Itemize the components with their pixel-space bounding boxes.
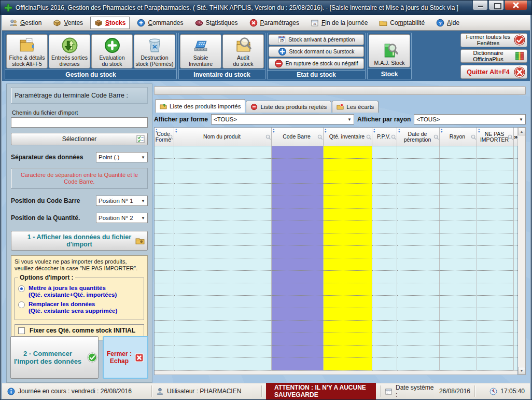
maximize-button[interactable] [488,1,504,10]
toolbar-button-saisie[interactable]: Saisie Inventaire [180,34,221,68]
menu-stats-icon [195,19,203,27]
column-header-nom-du-produit[interactable]: ▲▼Nom du produit [174,128,272,146]
filter-form-select[interactable]: <TOUS> ▼ [211,114,354,125]
show-import-data-label: 1 - Afficher les données du fichier d'im… [24,233,135,248]
search-icon[interactable] [471,134,477,140]
toolbar-button-en-rupture-de-stock-ou-negatif[interactable]: En rupture de stock ou négatif [269,58,364,69]
toolbar-button-quitter-alt-f4[interactable]: Quitter Alt+F4 [460,65,527,79]
sort-arrows-icon[interactable]: ▲▼ [440,128,443,133]
scroll-up-button[interactable]: ▲ [518,128,525,135]
toolbar-button-destruction[interactable]: Destruction stock (Périmés) [134,34,175,68]
tab-liste-des-produits-importes[interactable]: Liste des produits importés [155,99,245,113]
menu-item-fin-de-la-journee[interactable]: 31Fin de la journée [306,17,372,29]
start-import-button[interactable]: 2 - Commencer l'import des données [10,336,99,379]
separator-select[interactable]: Point (.) ▼ [96,152,148,162]
sort-arrows-icon[interactable]: ▲▼ [373,128,375,133]
position-barcode-select[interactable]: Position N° 1 ▼ [96,196,148,206]
checkbox-icon[interactable] [18,327,25,334]
menu-item-comptabilite[interactable]: Comptabilité [375,17,429,29]
vertical-scrollbar[interactable]: ▲ ▼ [518,127,526,375]
menu-item-commandes[interactable]: Commandes [133,17,187,29]
toolbar-button-stock-arrivant-a-peremption[interactable]: 25Stock arrivant à péremption [269,34,364,45]
option-replace-data[interactable]: Remplacer les données(Qté. existante ser… [18,301,141,314]
table-cell [324,246,372,258]
select-file-button[interactable]: Sélectionner [11,133,148,145]
menu-item-parametrages[interactable]: Paramétrages [245,17,303,29]
import-path-input[interactable] [11,117,148,128]
menu-item-label: Fin de la journée [321,19,368,26]
search-icon[interactable] [317,134,323,140]
column-header-date-de-peremption[interactable]: ▲▼Date de péremption [397,128,440,146]
toolbar-button-evaluation[interactable]: Evaluation du stock [91,34,133,68]
more-columns-button[interactable]: » [514,128,518,146]
toolbar-group-buttons: Fiche & détails stock Alt+F5Entreés sort… [5,33,176,70]
table-cell [514,271,517,283]
column-header-ne-pas-importer[interactable]: ▲▼NE PAS IMPORTER [477,128,514,146]
sort-arrows-icon[interactable]: ▲▼ [155,128,158,133]
scroll-down-button[interactable]: ▼ [518,367,525,375]
minimize-button[interactable] [472,1,488,10]
toolbar-button-fiche-details[interactable]: Fiche & détails stock Alt+F5 [6,34,48,68]
menu-item-label: Statistiques [206,19,238,26]
tab-les-ecarts[interactable]: Les écarts [332,101,379,113]
toolbar-button-entrees-sorties[interactable]: Entreés sorties diverses [49,34,90,68]
radio-unchecked-icon[interactable] [18,301,25,308]
toolbar-button-fermer-toutes-les[interactable]: Fermer toutes les Fenêtres [460,33,527,47]
filter-rayon-select[interactable]: <TOUS> ▼ [414,114,526,125]
column-header-p-p-v[interactable]: ▲▼P.P.V. [372,128,397,146]
column-header-code-barre[interactable]: ▲▼Code Barre [272,128,324,146]
tab-liste-des-produits-rejetes[interactable]: Liste des produits rejetés [246,101,331,113]
toolbar-button-m-a-j-stock[interactable]: M.A.J. Stock [369,34,410,67]
toolbar-groups: Fiche & détails stock Alt+F5Entreés sort… [5,33,412,79]
clock-value: 17:05:40 [500,388,525,395]
table-cell [440,159,477,171]
position-qty-select[interactable]: Position N° 2 ▼ [96,213,148,223]
search-icon[interactable] [265,134,271,140]
calendar-25-icon: 25 [277,35,286,44]
sort-arrows-icon[interactable]: ▲▼ [175,128,177,133]
table-cell [397,196,440,209]
table-cell [372,184,397,196]
table-body[interactable] [155,146,517,370]
close-escape-button[interactable]: Fermer : Echap [103,336,148,379]
table-cell [514,308,517,321]
separator-hint: Caractère de séparation entre la Quantit… [11,168,148,189]
column-header-code-forme[interactable]: ▲▼Code Forme [155,128,174,146]
toolbar-button-audit[interactable]: Audit du stock [222,34,264,68]
table-cell [372,333,397,346]
table-cell [155,159,174,171]
table-cell [324,333,372,346]
table-cell [272,146,324,159]
option-update-quantities[interactable]: Mettre à jours les quantités(Qté. exista… [18,285,141,298]
menu-item-gestion[interactable]: Gestion [5,17,46,29]
sort-arrows-icon[interactable]: ▲▼ [478,128,480,133]
red-x-ball-icon [514,66,525,78]
search-icon[interactable] [508,134,513,140]
chevron-down-icon: ▼ [519,117,523,122]
menu-item-aide[interactable]: ?Aide [432,17,464,29]
radio-checked-icon[interactable] [18,285,25,292]
horizontal-scroll-strip[interactable] [155,370,517,375]
toolbar-button-dictionnaire[interactable]: Dictionnaire OfficinaPlus [460,49,527,63]
column-header-rayon[interactable]: ▲▼Rayon [440,128,477,146]
menu-item-ventes[interactable]: Ventes [49,17,87,29]
search-icon[interactable] [366,134,372,140]
close-button[interactable] [505,1,527,10]
table-cell [514,358,517,370]
search-icon[interactable] [433,134,439,140]
sort-arrows-icon[interactable]: ▲▼ [272,128,275,133]
scrollbar-track[interactable] [518,135,525,367]
show-import-data-button[interactable]: 1 - Afficher les données du fichier d'im… [11,231,148,251]
sort-arrows-icon[interactable]: ▲▼ [324,128,327,133]
table-cell [397,184,440,196]
menu-item-stocks[interactable]: Stocks [90,17,130,29]
table-cell [514,159,517,171]
search-icon[interactable] [168,134,174,140]
toolbar-group-buttons: Saisie InventaireAudit du stock [179,33,265,70]
toolbar-button-stock-dormant-ou-surstock[interactable]: Stock dormant ou Surstock [269,46,364,57]
column-header-qte-inventaire[interactable]: ▲▼Qté. inventaire [324,128,372,146]
sort-arrows-icon[interactable]: ▲▼ [398,128,400,133]
search-icon[interactable] [391,134,397,140]
menu-item-statistiques[interactable]: Statistiques [191,17,242,29]
fix-initial-stock-checkbox[interactable]: Fixer ces Qté. comme stock INITIAL [15,324,144,337]
